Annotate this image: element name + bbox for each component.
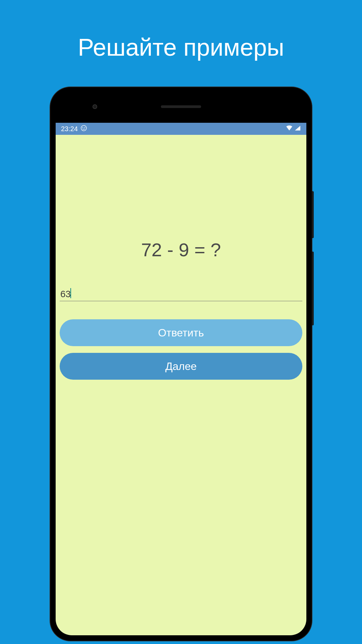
status-app-icon <box>80 125 87 133</box>
status-left: 23:24 <box>61 125 87 133</box>
answer-input[interactable] <box>60 287 302 301</box>
answer-input-area <box>60 287 302 301</box>
app-content: 72 - 9 = ? Ответить Далее <box>56 135 306 635</box>
question-area: 72 - 9 = ? <box>60 239 302 261</box>
svg-point-1 <box>82 127 83 127</box>
screen: 23:24 <box>56 123 306 635</box>
question-text: 72 - 9 = ? <box>60 239 302 261</box>
status-time: 23:24 <box>61 125 78 133</box>
signal-icon <box>294 125 301 133</box>
page-title: Решайте примеры <box>0 0 362 61</box>
status-right <box>286 125 301 133</box>
svg-point-2 <box>84 127 85 127</box>
text-cursor-icon <box>70 288 71 298</box>
answer-button[interactable]: Ответить <box>60 319 302 346</box>
camera-icon <box>93 104 97 109</box>
wifi-icon <box>286 125 293 133</box>
svg-point-0 <box>81 125 86 131</box>
speaker-icon <box>161 105 201 108</box>
buttons-area: Ответить Далее <box>60 319 302 380</box>
status-bar: 23:24 <box>56 123 306 135</box>
phone-frame: 23:24 <box>50 87 312 641</box>
next-button[interactable]: Далее <box>60 353 302 380</box>
phone-side-button-2 <box>312 252 314 325</box>
phone-inner: 23:24 <box>56 93 306 635</box>
phone-side-button <box>312 191 314 238</box>
phone-bezel-top <box>56 93 306 123</box>
